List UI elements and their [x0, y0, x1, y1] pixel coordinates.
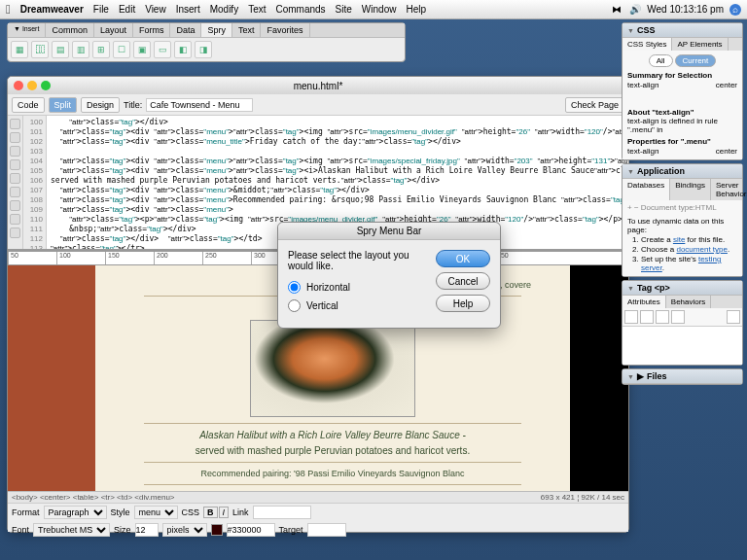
divider	[144, 462, 521, 463]
files-panel-header[interactable]: ▶Files	[622, 369, 742, 384]
document-filename: menu.html*	[294, 81, 343, 91]
spry-icon-8[interactable]: ▭	[154, 41, 171, 58]
css-mode-current[interactable]: Current	[675, 54, 717, 67]
spotlight-icon[interactable]: ⌕	[729, 4, 741, 16]
setup-link[interactable]: testing server	[641, 255, 721, 272]
spry-icon-7[interactable]: ▣	[133, 41, 151, 58]
menu-insert[interactable]: Insert	[176, 4, 200, 15]
insert-tab-forms[interactable]: Forms	[133, 23, 171, 37]
tag-list[interactable]	[622, 326, 742, 365]
code-tool-icon[interactable]	[10, 200, 20, 211]
font-select[interactable]: Trebuchet MS	[33, 523, 110, 537]
option-vertical[interactable]: Vertical	[288, 299, 428, 312]
insert-bar: ▼ Insert Common Layout Forms Data Spry T…	[7, 22, 406, 62]
insert-tab-layout[interactable]: Layout	[94, 23, 133, 37]
code-tool-icon[interactable]	[10, 159, 20, 170]
about-heading: About "text-align"	[627, 108, 737, 117]
app-panel-header[interactable]: Application	[622, 164, 742, 179]
close-icon[interactable]	[14, 81, 23, 90]
code-tool-icon[interactable]	[10, 187, 20, 197]
insert-tab-spry[interactable]: Spry	[201, 23, 232, 37]
insert-tab-common[interactable]: Common	[46, 23, 94, 37]
css-mode-all[interactable]: All	[649, 54, 673, 67]
tag-icon[interactable]	[671, 310, 685, 324]
italic-button[interactable]: I	[219, 507, 230, 518]
menu-view[interactable]: View	[145, 4, 166, 15]
menu-site[interactable]: Site	[336, 4, 352, 15]
spry-icon-2[interactable]: ⿲	[31, 41, 49, 58]
check-page-button[interactable]: Check Page	[565, 97, 624, 113]
menu-edit[interactable]: Edit	[119, 4, 135, 15]
page-sidebar-brown	[8, 265, 95, 491]
code-tool-icon[interactable]	[10, 228, 20, 238]
tab-databases[interactable]: Databases	[622, 179, 670, 200]
target-input[interactable]	[307, 523, 346, 537]
insert-tab-data[interactable]: Data	[170, 23, 201, 37]
bold-button[interactable]: B	[203, 507, 218, 518]
tag-panel-header[interactable]: Tag <p>	[622, 281, 742, 296]
color-swatch[interactable]	[211, 524, 223, 536]
menu-file[interactable]: File	[93, 4, 109, 15]
page-title-input[interactable]	[146, 98, 253, 112]
spry-icon-1[interactable]: ▦	[11, 41, 28, 58]
code-tool-icon[interactable]	[10, 132, 20, 143]
minimize-icon[interactable]	[27, 81, 37, 90]
css-panel-header[interactable]: CSS	[622, 23, 742, 38]
insert-tab-handle[interactable]: ▼ Insert	[8, 23, 46, 37]
menu-text[interactable]: Text	[248, 4, 266, 15]
apple-menu-icon[interactable]: 	[6, 2, 11, 17]
menu-help[interactable]: Help	[406, 4, 426, 15]
spry-icon-5[interactable]: ⊞	[92, 41, 110, 58]
spry-icon-3[interactable]: ▤	[52, 41, 69, 58]
option-horizontal[interactable]: Horizontal	[288, 281, 428, 294]
setup-link[interactable]: site	[673, 235, 685, 244]
code-tool-icon[interactable]	[10, 214, 20, 225]
link-input[interactable]	[253, 506, 311, 519]
tab-css-styles[interactable]: CSS Styles	[622, 38, 672, 51]
unit-select[interactable]: pixels	[162, 523, 207, 537]
view-split-button[interactable]: Split	[49, 97, 78, 113]
code-tool-icon[interactable]	[10, 146, 20, 157]
clock[interactable]: Wed 10:13:16 pm	[647, 4, 724, 15]
spry-icon-4[interactable]: ▥	[72, 41, 89, 58]
tab-server-behaviors[interactable]: Server Behaviors	[711, 179, 747, 200]
size-input[interactable]	[135, 523, 159, 537]
menu-modify[interactable]: Modify	[210, 4, 238, 15]
tab-bindings[interactable]: Bindings	[670, 179, 711, 200]
tag-icon[interactable]	[656, 310, 669, 324]
tab-ap-elements[interactable]: AP Elements	[672, 38, 728, 51]
dialog-title: Spry Menu Bar	[278, 223, 500, 240]
style-select[interactable]: menu	[134, 506, 178, 519]
tag-selector[interactable]: <body> <center> <table> <tr> <td> <div.m…	[8, 492, 628, 504]
tag-icon[interactable]	[727, 310, 740, 324]
setup-link[interactable]: document type	[676, 245, 727, 254]
spry-icon-10[interactable]: ◨	[195, 41, 212, 58]
spry-icon-6[interactable]: ☐	[113, 41, 130, 58]
mac-menubar:  Dreamweaver File Edit View Insert Modi…	[0, 0, 747, 19]
ok-button[interactable]: OK	[436, 250, 490, 267]
app-name[interactable]: Dreamweaver	[20, 4, 84, 15]
volume-icon[interactable]: 🔊	[629, 4, 641, 16]
tab-behaviors[interactable]: Behaviors	[666, 296, 712, 308]
tag-icon[interactable]	[640, 310, 654, 324]
menu-window[interactable]: Window	[362, 4, 397, 15]
cancel-button[interactable]: Cancel	[436, 272, 490, 290]
help-button[interactable]: Help	[436, 295, 490, 312]
code-tool-icon[interactable]	[10, 173, 20, 184]
spry-icon-9[interactable]: ◧	[174, 41, 192, 58]
code-tool-icon[interactable]	[10, 119, 20, 129]
panel-dock: CSS CSS StylesAP Elements AllCurrent Sum…	[622, 22, 743, 385]
tab-attributes[interactable]: Attributes	[622, 296, 666, 308]
color-input[interactable]	[227, 523, 275, 537]
view-code-button[interactable]: Code	[12, 97, 45, 113]
window-titlebar[interactable]: menu.html*	[8, 77, 628, 94]
format-select[interactable]: Paragraph	[44, 506, 107, 519]
traffic-lights	[14, 81, 51, 90]
insert-tab-favorites[interactable]: Favorites	[261, 23, 309, 37]
view-design-button[interactable]: Design	[81, 97, 120, 113]
bluetooth-icon[interactable]: ⧓	[612, 4, 623, 16]
tag-icon[interactable]	[624, 310, 638, 324]
menu-commands[interactable]: Commands	[275, 4, 325, 15]
zoom-icon[interactable]	[41, 81, 51, 90]
insert-tab-text[interactable]: Text	[232, 23, 262, 37]
